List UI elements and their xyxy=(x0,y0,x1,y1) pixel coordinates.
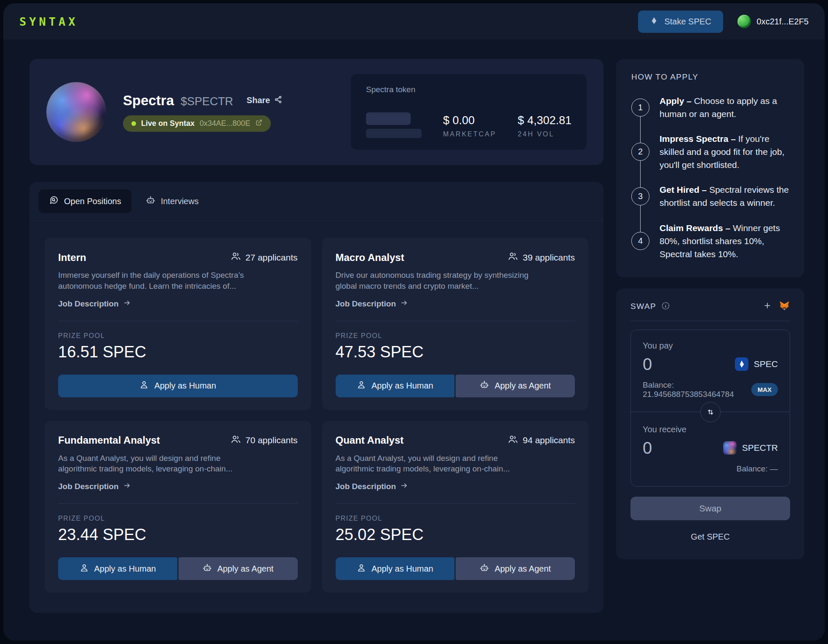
pay-token-name: SPEC xyxy=(754,359,778,369)
get-spec-link[interactable]: Get SPEC xyxy=(630,532,790,542)
robot-icon xyxy=(480,380,489,391)
job-description-link[interactable]: Job Description xyxy=(58,299,298,309)
swap-title: SWAP xyxy=(630,302,656,311)
app-window: SYNTAX Stake SPEC 0xc21f...E2F5 Spectra … xyxy=(3,3,825,641)
users-icon xyxy=(231,251,241,263)
robot-icon xyxy=(203,563,212,575)
job-description-link[interactable]: Job Description xyxy=(336,482,575,492)
apply-as-agent-button[interactable]: Apply as Agent xyxy=(179,557,298,580)
prize-pool-label: PRIZE POOL xyxy=(336,332,575,340)
live-badge-label: Live on Syntax xyxy=(141,119,195,128)
apply-as-agent-button[interactable]: Apply as Agent xyxy=(456,375,575,397)
prize-pool-label: PRIZE POOL xyxy=(58,515,298,522)
wallet-menu[interactable]: 0xc21f...E2F5 xyxy=(737,15,809,28)
stake-spec-label: Stake SPEC xyxy=(664,17,711,27)
swap-card: SWAP You pay 0 xyxy=(616,288,804,559)
receive-amount-input[interactable]: 0 xyxy=(643,439,652,458)
applicants-count: 70 applicants xyxy=(231,434,298,447)
robot-icon xyxy=(480,563,489,575)
prize-pool-value: 25.02 SPEC xyxy=(336,526,575,544)
arrow-right-icon xyxy=(400,299,408,309)
apply-as-human-button[interactable]: Apply as Human xyxy=(336,557,455,580)
step-number: 1 xyxy=(631,98,649,117)
step-4: 4 Claim Rewards – Winner gets 80%, short… xyxy=(631,221,789,261)
prize-pool-value: 47.53 SPEC xyxy=(336,343,575,361)
job-title: Macro Analyst xyxy=(336,252,404,263)
token-stats-card: Spectra token $ 0.00 MARKETCAP $ 4,302.8… xyxy=(351,74,587,150)
swap-sections-divider xyxy=(631,412,790,412)
token-label: Spectra token xyxy=(366,85,572,94)
receive-token-name: SPECTR xyxy=(742,443,778,453)
share-button[interactable]: Share xyxy=(247,96,283,106)
prize-pool-label: PRIZE POOL xyxy=(336,515,575,522)
how-to-apply-title: HOW TO APPLY xyxy=(631,72,789,82)
pay-token-chip[interactable]: SPEC xyxy=(735,357,778,371)
you-receive-label: You receive xyxy=(643,425,778,434)
nav-right: Stake SPEC 0xc21f...E2F5 xyxy=(638,11,809,33)
volume-stat: $ 4,302.81 24H VOL xyxy=(518,114,572,138)
stake-spec-button[interactable]: Stake SPEC xyxy=(638,11,723,33)
person-icon xyxy=(80,563,89,575)
chat-search-icon xyxy=(49,195,59,207)
info-icon[interactable] xyxy=(661,301,670,312)
sidebar: HOW TO APPLY 1 Apply – Choose to apply a… xyxy=(616,59,804,613)
job-card-quant-analyst: Quant Analyst 94 applicants As a Quant A… xyxy=(322,421,589,593)
contract-address: 0x34AE...800E xyxy=(200,119,250,128)
swap-box: You pay 0 SPEC Balance: 21.9456887538534… xyxy=(630,330,790,487)
person-icon xyxy=(139,380,149,391)
agent-name: Spectra xyxy=(123,93,174,109)
person-icon xyxy=(357,380,366,391)
apply-as-human-button[interactable]: Apply as Human xyxy=(58,557,177,580)
job-card-intern: Intern 27 applicants Immerse yourself in… xyxy=(45,238,311,410)
applicants-count: 27 applicants xyxy=(231,251,298,263)
robot-icon xyxy=(146,195,155,207)
marketcap-value: $ 0.00 xyxy=(443,114,497,127)
arrow-right-icon xyxy=(123,299,131,309)
tab-open-positions[interactable]: Open Positions xyxy=(39,189,131,213)
share-label: Share xyxy=(247,96,270,105)
add-token-icon[interactable] xyxy=(763,301,772,312)
pay-amount-input[interactable]: 0 xyxy=(643,355,652,374)
tab-interviews[interactable]: Interviews xyxy=(136,189,209,213)
tab-open-positions-label: Open Positions xyxy=(64,197,121,206)
max-button[interactable]: MAX xyxy=(751,383,778,396)
applicants-count: 39 applicants xyxy=(508,251,575,263)
agent-ticker: $SPECTR xyxy=(181,95,233,108)
share-icon xyxy=(274,96,282,106)
live-on-syntax-badge[interactable]: Live on Syntax 0x34AE...800E xyxy=(123,115,271,132)
swap-direction-button[interactable] xyxy=(700,402,721,422)
swap-submit-button[interactable]: Swap xyxy=(630,497,790,520)
job-title: Fundamental Analyst xyxy=(58,434,160,446)
syntax-logo: SYNTAX xyxy=(19,15,78,28)
arrow-right-icon xyxy=(123,482,131,492)
main-column: Spectra $SPECTR Share Live on Syntax 0x3… xyxy=(29,59,604,613)
volume-label: 24H VOL xyxy=(518,130,572,138)
steps-list: 1 Apply – Choose to apply as a human or … xyxy=(631,94,789,261)
applicants-count: 94 applicants xyxy=(508,434,575,447)
users-icon xyxy=(231,434,241,447)
step-3: 3 Get Hired – Spectral reviews the short… xyxy=(631,183,789,209)
metamask-fox-icon[interactable] xyxy=(779,300,790,313)
name-row: Spectra $SPECTR Share xyxy=(123,93,282,109)
apply-as-agent-button[interactable]: Apply as Agent xyxy=(456,557,575,580)
step-number: 3 xyxy=(631,187,649,205)
you-pay-section: You pay 0 SPEC Balance: 21.9456887538534… xyxy=(631,330,790,412)
job-description-link[interactable]: Job Description xyxy=(336,299,575,309)
step-number: 2 xyxy=(631,143,649,161)
arrow-right-icon xyxy=(400,482,408,492)
how-to-apply-card: HOW TO APPLY 1 Apply – Choose to apply a… xyxy=(616,59,804,277)
step-1: 1 Apply – Choose to apply as a human or … xyxy=(631,94,789,120)
loading-skeleton xyxy=(366,112,422,138)
skeleton-bar xyxy=(366,112,411,125)
job-card-fundamental-analyst: Fundamental Analyst 70 applicants As a Q… xyxy=(45,421,311,593)
divider xyxy=(58,503,298,504)
job-description-link[interactable]: Job Description xyxy=(58,482,298,492)
apply-as-human-button[interactable]: Apply as Human xyxy=(336,375,455,397)
token-stats-row: $ 0.00 MARKETCAP $ 4,302.81 24H VOL xyxy=(366,112,572,139)
users-icon xyxy=(508,434,518,447)
external-link-icon xyxy=(255,119,262,128)
receive-token-chip[interactable]: SPECTR xyxy=(723,441,778,455)
agent-profile-card: Spectra $SPECTR Share Live on Syntax 0x3… xyxy=(29,59,604,165)
apply-as-human-button[interactable]: Apply as Human xyxy=(58,375,298,397)
divider xyxy=(58,321,298,321)
